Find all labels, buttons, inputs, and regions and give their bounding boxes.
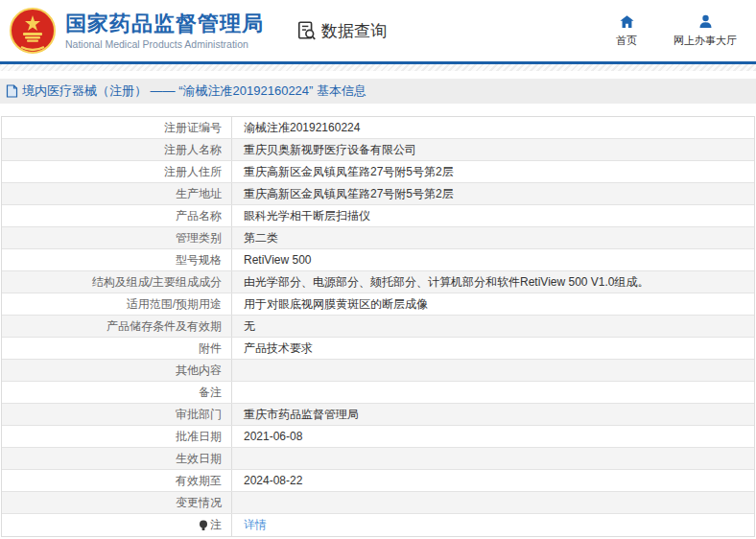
- row-value-text: 重庆市药品监督管理局: [244, 407, 359, 423]
- nav-home[interactable]: 首页: [616, 13, 637, 48]
- data-query-label: 数据查询: [321, 20, 387, 42]
- table-row: 管理类别第二类: [2, 227, 754, 249]
- table-row: 审批部门重庆市药品监督管理局: [2, 404, 754, 426]
- table-row: 产品储存条件及有效期无: [2, 316, 754, 338]
- data-query-icon: [296, 20, 318, 41]
- home-icon: [619, 13, 635, 30]
- row-label: 其他内容: [2, 360, 232, 381]
- agency-name-cn: 国家药品监督管理局: [65, 12, 264, 35]
- row-label-text: 产品名称: [176, 208, 222, 224]
- table-row: 批准日期2021-06-08: [2, 426, 754, 448]
- row-label: 备注: [2, 382, 232, 403]
- row-value-text: 重庆高新区金凤镇凤笙路27号附5号第2层: [244, 164, 454, 180]
- table-row: 适用范围/预期用途用于对眼底视网膜黄斑区的断层成像: [2, 293, 754, 316]
- row-value-text: 用于对眼底视网膜黄斑区的断层成像: [244, 296, 428, 313]
- row-value: 2024-08-22: [232, 470, 754, 491]
- row-label-text: 适用范围/预期用途: [127, 296, 222, 313]
- row-value: [232, 360, 754, 381]
- bulb-icon: [199, 520, 208, 531]
- row-value-text: 眼科光学相干断层扫描仪: [244, 208, 370, 224]
- row-label: 审批部门: [2, 404, 232, 425]
- row-label: 注册证编号: [2, 117, 232, 138]
- row-value: 2021-06-08: [232, 426, 754, 447]
- row-value: 用于对眼底视网膜黄斑区的断层成像: [232, 293, 754, 315]
- row-value-text: RetiView 500: [244, 253, 312, 267]
- national-emblem-logo: [10, 8, 56, 54]
- row-label-text: 注册人名称: [164, 142, 222, 158]
- registration-info-table: 注册证编号渝械注准20192160224注册人名称重庆贝奥新视野医疗设备有限公司…: [1, 116, 755, 537]
- document-icon: [6, 84, 18, 98]
- row-value-text: 产品技术要求: [244, 340, 313, 357]
- row-value: 重庆高新区金凤镇凤笙路27号附5号第2层: [232, 161, 754, 182]
- row-label-text: 备注: [199, 385, 222, 401]
- row-value: 由光学部分、电源部分、颏托部分、计算机部分和软件RetiView 500 V1.…: [232, 271, 754, 293]
- agency-title-block: 国家药品监督管理局 National Medical Products Admi…: [65, 12, 264, 49]
- row-label: 型号规格: [2, 249, 232, 270]
- row-label-text: 生产地址: [176, 186, 222, 202]
- row-label-text: 注册证编号: [164, 120, 222, 136]
- row-value: 重庆高新区金凤镇凤笙路27号附5号第2层: [232, 183, 754, 204]
- nav-home-label: 首页: [616, 34, 637, 48]
- row-label-text: 批准日期: [176, 429, 222, 445]
- table-row: 结构及组成/主要组成成分由光学部分、电源部分、颏托部分、计算机部分和软件Reti…: [2, 271, 754, 293]
- row-value: 第二类: [232, 227, 754, 248]
- nav-online-hall[interactable]: 网上办事大厅: [673, 13, 737, 48]
- row-label: 附件: [2, 338, 232, 359]
- row-label-text: 审批部门: [176, 407, 222, 423]
- table-row: 生效日期: [2, 448, 754, 470]
- row-value-text: 重庆高新区金凤镇凤笙路27号附5号第2层: [244, 186, 454, 202]
- row-label-text: 注: [210, 517, 222, 533]
- row-label: 批准日期: [2, 426, 232, 447]
- row-label-text: 产品储存条件及有效期: [106, 318, 222, 335]
- row-label-text: 注册人住所: [164, 164, 222, 180]
- spacer-strip: [0, 71, 756, 79]
- row-label: 生产地址: [2, 183, 232, 204]
- breadcrumb-text: 境内医疗器械（注册） —— “渝械注准20192160224” 基本信息: [22, 82, 366, 100]
- header-nav: 首页 网上办事大厅: [579, 13, 737, 48]
- row-label-text: 其他内容: [176, 363, 222, 379]
- agency-name-en: National Medical Products Administration: [65, 38, 264, 50]
- nav-online-hall-label: 网上办事大厅: [673, 34, 737, 48]
- row-label: 产品储存条件及有效期: [2, 316, 232, 337]
- spacer-strip: [0, 104, 756, 116]
- row-label: 管理类别: [2, 227, 232, 248]
- table-row: 其他内容: [2, 360, 754, 382]
- row-value: [232, 382, 754, 403]
- table-row: 注册证编号渝械注准20192160224: [2, 117, 754, 139]
- row-value-text: 2021-06-08: [244, 430, 302, 443]
- hatch-texture-strip: [0, 64, 756, 71]
- table-row: 备注: [2, 382, 754, 404]
- row-value: 详情: [232, 514, 754, 536]
- table-row: 生产地址重庆高新区金凤镇凤笙路27号附5号第2层: [2, 183, 754, 205]
- row-value-text: 无: [244, 318, 255, 335]
- table-row: 产品名称眼科光学相干断层扫描仪: [2, 205, 754, 227]
- row-label-text: 附件: [199, 340, 222, 357]
- row-label-text: 管理类别: [176, 230, 222, 246]
- data-query-section: 数据查询: [296, 20, 387, 42]
- breadcrumb: 境内医疗器械（注册） —— “渝械注准20192160224” 基本信息: [0, 79, 756, 104]
- row-label: 变更情况: [2, 492, 232, 513]
- table-row: 注册人名称重庆贝奥新视野医疗设备有限公司: [2, 139, 754, 161]
- row-label: 注册人住所: [2, 161, 232, 182]
- row-value: 渝械注准20192160224: [232, 117, 754, 138]
- row-label: 注: [2, 514, 232, 536]
- row-value-text: 由光学部分、电源部分、颏托部分、计算机部分和软件RetiView 500 V1.…: [244, 274, 650, 291]
- row-label: 产品名称: [2, 205, 232, 226]
- row-value-text: 重庆贝奥新视野医疗设备有限公司: [244, 142, 416, 158]
- table-row: 注详情: [2, 514, 754, 536]
- row-value: 重庆市药品监督管理局: [232, 404, 754, 425]
- row-value-text: 第二类: [244, 230, 278, 246]
- row-label: 注册人名称: [2, 139, 232, 160]
- table-row: 有效期至2024-08-22: [2, 470, 754, 492]
- details-link[interactable]: 详情: [244, 517, 267, 533]
- row-value: 无: [232, 316, 754, 337]
- table-row: 变更情况: [2, 492, 754, 514]
- row-label-text: 有效期至: [176, 473, 222, 489]
- row-value: 重庆贝奥新视野医疗设备有限公司: [232, 139, 754, 160]
- row-value: [232, 448, 754, 469]
- page-header: 国家药品监督管理局 National Medical Products Admi…: [0, 0, 756, 61]
- row-label: 有效期至: [2, 470, 232, 491]
- row-label-text: 结构及组成/主要组成成分: [92, 274, 222, 291]
- row-label: 适用范围/预期用途: [2, 293, 232, 315]
- row-value-text: 渝械注准20192160224: [244, 120, 360, 136]
